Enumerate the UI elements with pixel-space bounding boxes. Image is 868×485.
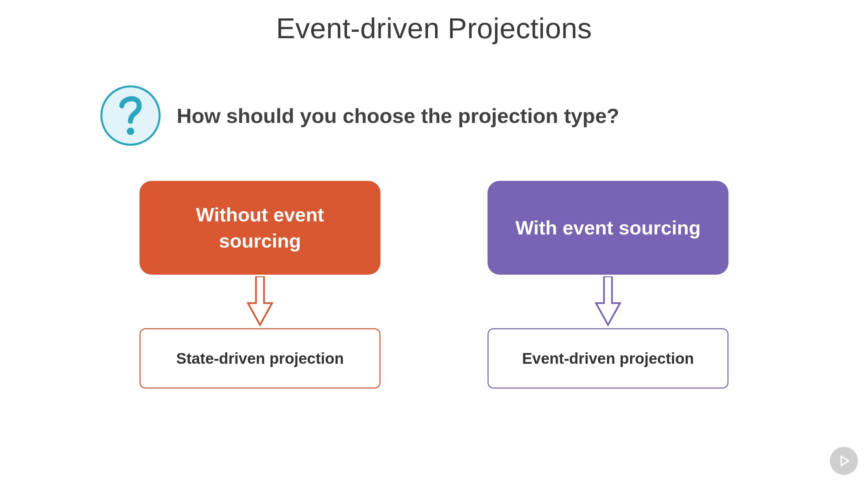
slide-title: Event-driven Projections — [0, 12, 868, 45]
slide: Event-driven Projections How should you … — [0, 0, 868, 485]
box-with-event-sourcing: With event sourcing — [488, 181, 728, 275]
column-without-event-sourcing: Without event sourcing State-driven proj… — [140, 181, 380, 389]
box-result-label: State-driven projection — [176, 349, 344, 367]
arrow-down-icon — [595, 275, 621, 328]
play-icon — [837, 454, 851, 468]
column-with-event-sourcing: With event sourcing Event-driven project… — [488, 181, 728, 389]
question-row: How should you choose the projection typ… — [100, 85, 619, 146]
box-event-driven-projection: Event-driven projection — [488, 328, 728, 389]
play-button[interactable] — [830, 447, 858, 475]
arrow-down-icon — [247, 275, 273, 328]
diagram-columns: Without event sourcing State-driven proj… — [0, 181, 868, 389]
box-heading: Without event sourcing — [160, 202, 361, 254]
box-result-label: Event-driven projection — [522, 349, 694, 367]
box-state-driven-projection: State-driven projection — [140, 328, 380, 389]
question-text: How should you choose the projection typ… — [177, 104, 619, 127]
svg-point-0 — [127, 127, 134, 135]
box-heading: With event sourcing — [515, 215, 701, 241]
box-without-event-sourcing: Without event sourcing — [140, 181, 380, 275]
question-mark-icon — [100, 85, 161, 146]
svg-marker-1 — [841, 456, 848, 465]
